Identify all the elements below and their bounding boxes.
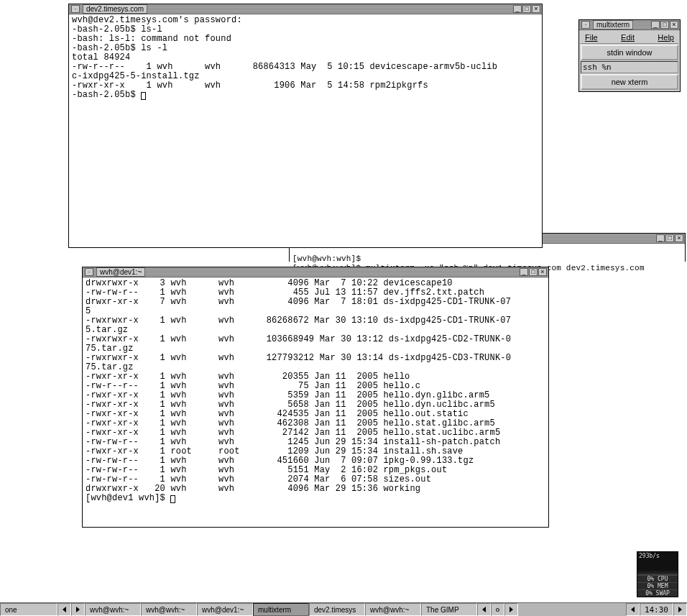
maximize-button[interactable]: □ <box>529 268 538 276</box>
multixterm-menubar: File Edit Help <box>581 32 678 44</box>
triangle-left-icon <box>63 607 66 612</box>
taskbar-app-button[interactable]: wvh@wvh:~ <box>85 603 141 616</box>
command-entry[interactable] <box>581 61 678 73</box>
multixterm-body: File Edit Help stdin window new xterm <box>579 30 680 91</box>
stdin-window-button[interactable]: stdin window <box>581 45 678 60</box>
mem-label: 0% MEM <box>637 582 678 589</box>
workspace-prev[interactable] <box>57 603 71 616</box>
multixterm-window: · multixterm _ □ × File Edit Help stdin … <box>578 19 681 92</box>
window-menu-button[interactable]: · <box>581 21 590 29</box>
pager-dot[interactable] <box>491 603 504 616</box>
triangle-right-icon <box>510 607 513 612</box>
text-cursor <box>170 495 175 503</box>
terminal-window-dev1: · wvh@dev1:~ _ □ × drwxrwxr-x 3 wvh wvh … <box>82 267 549 528</box>
multixterm-title: multixterm <box>593 20 633 29</box>
workspace-next[interactable] <box>71 603 85 616</box>
task-app-list: wvh@wvh:~wvh@wvh:~wvh@dev1:~multixtermde… <box>85 603 477 616</box>
menu-file[interactable]: File <box>585 33 598 42</box>
workspace-name: one <box>5 606 17 614</box>
bullet-icon <box>496 608 499 612</box>
taskbar-app-button[interactable]: wvh@wvh:~ <box>141 603 197 616</box>
taskbar-app-button[interactable]: multixterm <box>253 603 309 616</box>
close-button[interactable]: × <box>675 234 683 242</box>
window-menu-button[interactable]: · <box>85 268 93 276</box>
triangle-right-icon <box>76 607 80 612</box>
taskbar-app-button[interactable]: wvh@dev1:~ <box>197 603 253 616</box>
tray-prev[interactable] <box>626 603 640 616</box>
resize-grip[interactable] <box>675 86 682 93</box>
new-xterm-button[interactable]: new xterm <box>581 74 678 90</box>
bg-term-line: [wvh@wvh:wvh]$ <box>292 254 361 263</box>
dev2-title: dev2.timesys.com <box>83 4 147 14</box>
dev2-terminal-body[interactable]: wvh@dev2.timesys.com's password: -bash-2… <box>69 14 542 247</box>
minimize-button[interactable]: _ <box>651 21 660 29</box>
triangle-left-icon <box>482 607 486 612</box>
maximize-button[interactable]: □ <box>660 21 669 29</box>
terminal-window-dev2: · dev2.timesys.com _ □ × wvh@dev2.timesy… <box>68 4 543 248</box>
text-cursor <box>141 92 146 100</box>
multixterm-titlebar[interactable]: · multixterm _ □ × <box>579 20 680 30</box>
workspace-switcher[interactable]: one <box>0 603 57 616</box>
swap-label: 0% SWAP <box>637 589 678 597</box>
dev1-terminal-body[interactable]: drwxrwxr-x 3 wvh wvh 4096 Mar 7 10:22 de… <box>83 277 548 527</box>
system-monitor-widget: 293b/s 0% CPU 0% MEM 0% SWAP <box>637 551 678 597</box>
tray-next[interactable] <box>673 603 687 616</box>
clock[interactable]: 14:30 <box>640 603 673 616</box>
minimize-button[interactable]: _ <box>513 5 522 13</box>
close-button[interactable]: × <box>538 268 547 276</box>
triangle-left-icon <box>631 607 635 612</box>
maximize-button[interactable]: □ <box>522 5 531 13</box>
minimize-button[interactable]: _ <box>520 268 528 276</box>
menu-help[interactable]: Help <box>658 33 674 42</box>
pager-prev[interactable] <box>477 603 491 616</box>
dev1-title: wvh@dev1:~ <box>96 267 145 277</box>
menu-edit[interactable]: Edit <box>621 33 635 42</box>
netgraph: 293b/s <box>637 552 678 575</box>
dev2-titlebar[interactable]: · dev2.timesys.com _ □ × <box>69 4 542 14</box>
net-rate: 293b/s <box>639 553 660 559</box>
cpu-label: 0% CPU <box>637 575 678 582</box>
triangle-right-icon <box>678 607 682 612</box>
maximize-button[interactable]: □ <box>665 234 674 242</box>
pager-next[interactable] <box>504 603 518 616</box>
taskbar-app-button[interactable]: The GIMP <box>421 603 477 616</box>
taskbar: one wvh@wvh:~wvh@wvh:~wvh@dev1:~multixte… <box>0 602 687 616</box>
window-menu-button[interactable]: · <box>71 5 80 13</box>
minimize-button[interactable]: _ <box>656 234 665 242</box>
taskbar-app-button[interactable]: wvh@wvh:~ <box>365 603 421 616</box>
taskbar-app-button[interactable]: dev2.timesys <box>309 603 365 616</box>
close-button[interactable]: × <box>670 21 678 29</box>
dev1-titlebar[interactable]: · wvh@dev1:~ _ □ × <box>83 267 548 277</box>
close-button[interactable]: × <box>532 5 540 13</box>
